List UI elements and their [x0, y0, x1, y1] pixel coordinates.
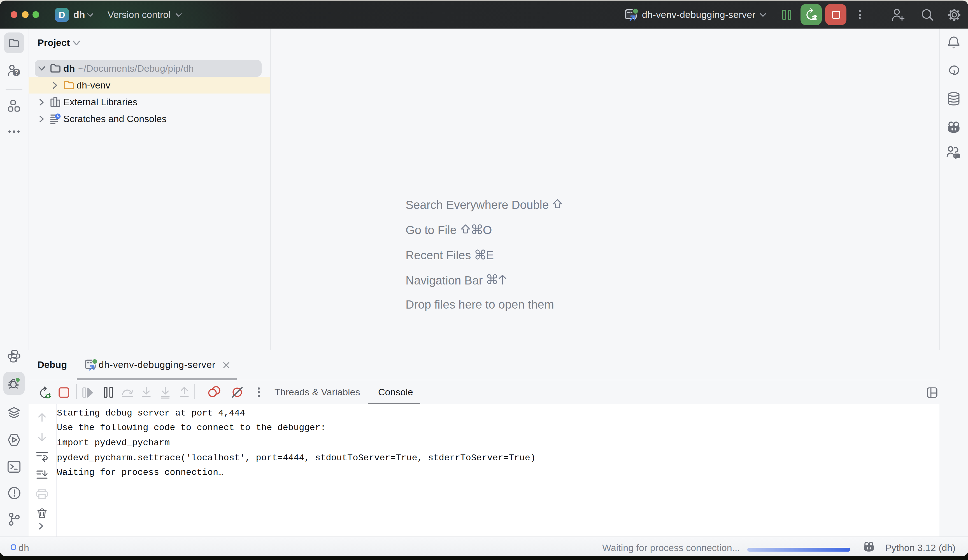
svg-text:?: ? [14, 69, 18, 76]
